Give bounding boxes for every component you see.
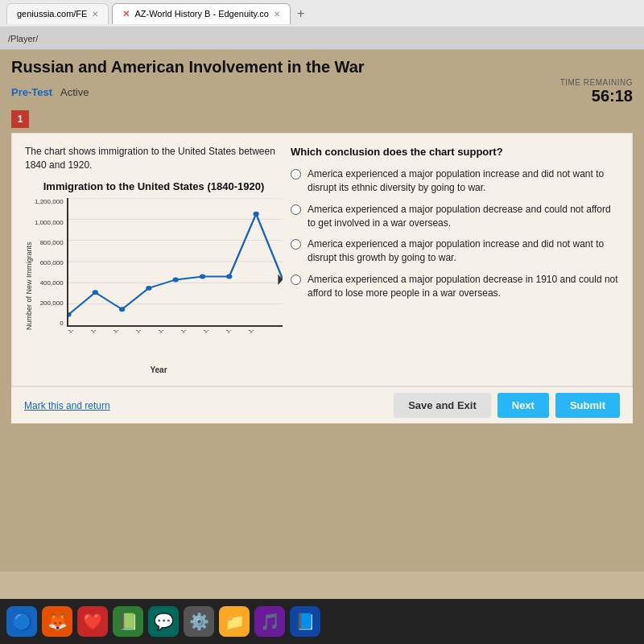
taskbar-icon-finder[interactable]: 🔵 bbox=[6, 606, 37, 637]
status-left: Russian and American Involvement in the … bbox=[11, 58, 365, 78]
option-radio-2[interactable] bbox=[291, 204, 301, 215]
y-val-5: 400,000 bbox=[40, 279, 64, 287]
y-val-6: 200,000 bbox=[40, 299, 64, 307]
question-badge: 1 bbox=[11, 110, 29, 128]
option-text-1: America experienced a major population i… bbox=[308, 167, 619, 195]
chart-plot bbox=[67, 198, 283, 327]
y-val-2: 1,000,000 bbox=[35, 219, 64, 226]
option-item-1[interactable]: America experienced a major population i… bbox=[291, 167, 619, 195]
option-text-2: America experienced a major population d… bbox=[308, 203, 619, 230]
tab-edgenuity-close[interactable]: ✕ bbox=[274, 10, 280, 19]
time-value: 56:18 bbox=[560, 87, 633, 105]
btn-group: Save and Exit Next Submit bbox=[394, 393, 620, 418]
address-text: /Player/ bbox=[8, 34, 38, 43]
option-text-4: America experienced a major population d… bbox=[308, 273, 619, 300]
tab-genius-close[interactable]: ✕ bbox=[92, 10, 98, 19]
option-item-3[interactable]: America experienced a major population i… bbox=[291, 237, 619, 265]
svg-point-8 bbox=[119, 308, 125, 312]
taskbar-icon-app5[interactable]: 📁 bbox=[219, 606, 250, 637]
page-title: Russian and American Involvement in the … bbox=[11, 58, 365, 76]
left-panel: The chart shows immigration to the Unite… bbox=[25, 145, 283, 374]
content-card: The chart shows immigration to the Unite… bbox=[11, 133, 633, 386]
y-val-3: 800,000 bbox=[40, 239, 64, 246]
option-text-3: America experienced a major population i… bbox=[308, 237, 619, 265]
status-labels: Pre-Test Active bbox=[11, 86, 89, 98]
app-area: Russian and American Involvement in the … bbox=[0, 50, 644, 572]
line-chart-svg bbox=[68, 198, 283, 325]
chart-title: Immigration to the United States (1840-1… bbox=[25, 180, 283, 194]
tab-genius[interactable]: geniussia.com/FE ✕ bbox=[6, 3, 109, 24]
chart-body: 1,200,000 1,000,000 800,000 600,000 400,… bbox=[35, 198, 283, 327]
svg-point-9 bbox=[146, 286, 151, 291]
y-val-0: 0 bbox=[60, 320, 63, 327]
submit-button[interactable]: Submit bbox=[555, 393, 620, 418]
svg-point-11 bbox=[199, 275, 204, 279]
chart-container: Immigration to the United States (1840-1… bbox=[25, 180, 283, 375]
taskbar-icon-app3[interactable]: 💬 bbox=[148, 606, 179, 637]
taskbar-icon-firefox[interactable]: 🦊 bbox=[42, 606, 72, 637]
y-val-4: 600,000 bbox=[40, 259, 64, 266]
question-text: Which conclusion does the chart support? bbox=[291, 145, 619, 159]
new-tab-button[interactable]: + bbox=[294, 6, 308, 21]
save-exit-button[interactable]: Save and Exit bbox=[394, 393, 491, 418]
tab-edgenuity-x: ✕ bbox=[122, 9, 130, 19]
svg-point-7 bbox=[92, 291, 97, 295]
option-item-4[interactable]: America experienced a major population d… bbox=[291, 273, 619, 300]
svg-point-13 bbox=[253, 212, 258, 217]
tab-edgenuity-label: AZ-World History B - Edgenuity.co bbox=[134, 9, 268, 19]
option-radio-1[interactable] bbox=[291, 169, 301, 180]
bottom-bar: Mark this and return Save and Exit Next … bbox=[11, 386, 633, 423]
y-axis-values: 1,200,000 1,000,000 800,000 600,000 400,… bbox=[35, 198, 64, 327]
taskbar-icon-app4[interactable]: ⚙️ bbox=[184, 606, 214, 637]
chart-right: 1,200,000 1,000,000 800,000 600,000 400,… bbox=[35, 198, 283, 374]
taskbar: 🔵 🦊 ❤️ 📗 💬 ⚙️ 📁 🎵 📘 bbox=[0, 599, 644, 644]
page-title-area: Russian and American Involvement in the … bbox=[11, 58, 633, 105]
tab-genius-label: geniussia.com/FE bbox=[17, 9, 87, 19]
svg-point-10 bbox=[172, 278, 178, 283]
question-number: 1 bbox=[18, 114, 23, 125]
status-row-2: Pre-Test Active TIME REMAINING 56:18 bbox=[11, 78, 633, 105]
y-val-1: 1,200,000 bbox=[35, 198, 64, 205]
status-row: Russian and American Involvement in the … bbox=[11, 58, 633, 78]
options-list: America experienced a major population i… bbox=[291, 167, 619, 299]
time-label: TIME REMAINING bbox=[560, 78, 633, 87]
x-label-1920: 1920 bbox=[247, 330, 278, 347]
time-remaining: TIME REMAINING 56:18 bbox=[560, 78, 633, 105]
address-bar: /Player/ bbox=[0, 27, 644, 50]
option-radio-4[interactable] bbox=[291, 275, 301, 285]
y-axis-label: Number of New Immigrants bbox=[25, 198, 33, 374]
browser-chrome: geniussia.com/FE ✕ ✕ AZ-World History B … bbox=[0, 0, 644, 27]
next-button[interactable]: Next bbox=[497, 393, 549, 418]
taskbar-icon-app2[interactable]: 📗 bbox=[113, 606, 143, 637]
svg-point-12 bbox=[226, 275, 232, 279]
right-panel: Which conclusion does the chart support?… bbox=[291, 145, 619, 374]
mark-link[interactable]: Mark this and return bbox=[24, 400, 110, 411]
intro-text: The chart shows immigration to the Unite… bbox=[25, 145, 283, 172]
active-label: Active bbox=[60, 86, 89, 98]
chart-with-yaxis: Number of New Immigrants 1,200,000 1,000… bbox=[25, 198, 283, 374]
x-labels-row: 1840 1850 1860 1870 1880 1890 1900 1910 … bbox=[64, 330, 283, 354]
x-axis-title: Year bbox=[35, 365, 283, 374]
option-item-2[interactable]: America experienced a major population d… bbox=[291, 203, 619, 230]
taskbar-icon-app6[interactable]: 🎵 bbox=[254, 606, 285, 637]
pre-test-label: Pre-Test bbox=[11, 86, 52, 98]
tab-edgenuity[interactable]: ✕ AZ-World History B - Edgenuity.co ✕ bbox=[112, 3, 290, 24]
taskbar-icon-app7[interactable]: 📘 bbox=[290, 606, 320, 637]
taskbar-icon-app1[interactable]: ❤️ bbox=[77, 606, 108, 637]
option-radio-3[interactable] bbox=[291, 239, 301, 250]
